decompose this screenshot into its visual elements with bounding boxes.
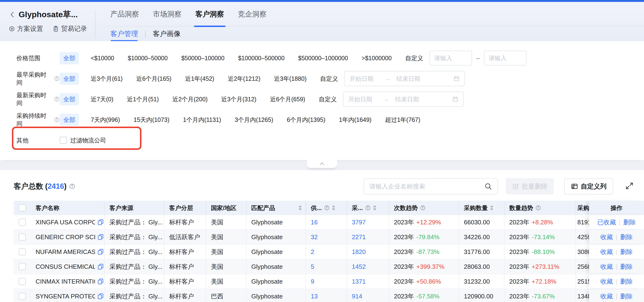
- filter-option[interactable]: $100000–500000: [238, 55, 285, 62]
- purchase-count-link[interactable]: 1452: [352, 263, 366, 270]
- filter-label: 最新采购时间: [16, 91, 52, 107]
- tab-product-insight[interactable]: 产品洞察: [110, 2, 139, 26]
- copy-icon[interactable]: [97, 263, 104, 270]
- filter-option[interactable]: 1个月内(1131): [183, 116, 221, 124]
- filter-option[interactable]: 全部: [60, 93, 79, 105]
- row-checkbox[interactable]: [19, 263, 26, 270]
- filter-option[interactable]: 15天内(1073): [134, 116, 169, 124]
- supplier-count-cell: 2: [306, 245, 347, 259]
- trade-records-button[interactable]: 贸易记录: [52, 24, 87, 33]
- purchase-count-link[interactable]: 1820: [352, 248, 366, 256]
- filter-option[interactable]: 近3个月(61): [91, 75, 122, 83]
- filter-option[interactable]: 近7天(0): [91, 95, 113, 103]
- supplier-count-link[interactable]: 5: [311, 263, 314, 270]
- sort-icon[interactable]: [332, 205, 336, 211]
- filter-option[interactable]: 超过1年(767): [385, 116, 420, 124]
- copy-icon[interactable]: [97, 218, 104, 226]
- custom-columns-button[interactable]: 自定义列: [564, 178, 613, 194]
- fullscreen-button[interactable]: [625, 182, 635, 191]
- filter-option[interactable]: 近3年(1880): [274, 75, 306, 83]
- scheme-settings-button[interactable]: 方案设置: [8, 24, 43, 33]
- supplier-count-link[interactable]: 9: [311, 278, 314, 285]
- delete-link[interactable]: 删除: [623, 218, 636, 226]
- filter-option[interactable]: 近1个月(51): [127, 95, 158, 103]
- earliest-date-range-picker[interactable]: 开始日期 → 结束日期: [344, 71, 465, 86]
- row-checkbox[interactable]: [19, 234, 26, 240]
- favorite-link[interactable]: 收藏: [600, 292, 613, 300]
- copy-icon[interactable]: [97, 293, 104, 300]
- filter-option[interactable]: 全部: [60, 114, 79, 126]
- latest-custom-label[interactable]: 自定义: [319, 95, 337, 103]
- tab-market-insight[interactable]: 市场洞察: [153, 2, 182, 26]
- supplier-count-link[interactable]: 32: [311, 234, 318, 241]
- copy-icon[interactable]: [97, 278, 104, 285]
- filter-option[interactable]: 近1年(452): [185, 75, 214, 83]
- filter-option[interactable]: 近2年(1212): [228, 75, 260, 83]
- row-checkbox[interactable]: [19, 293, 26, 300]
- favorite-link[interactable]: 收藏: [600, 262, 613, 271]
- price-max-input[interactable]: [484, 51, 526, 66]
- subtab-customer-management[interactable]: 客户管理: [110, 26, 138, 41]
- supplier-count-link[interactable]: 13: [311, 293, 318, 300]
- batch-delete-button[interactable]: 批量删除: [506, 178, 554, 194]
- favorite-link[interactable]: 收藏: [600, 233, 613, 241]
- tab-customer-insight[interactable]: 客户洞察: [196, 2, 224, 26]
- filter-option[interactable]: 6个月内(1395): [287, 116, 325, 124]
- favorite-link[interactable]: 收藏: [600, 278, 613, 286]
- copy-icon[interactable]: [97, 248, 104, 256]
- delete-link[interactable]: 删除: [620, 248, 632, 256]
- filter-option[interactable]: $50000–100000: [181, 55, 224, 62]
- filter-option[interactable]: 全部: [60, 52, 79, 64]
- select-all-checkbox[interactable]: [19, 204, 26, 212]
- delete-link[interactable]: 删除: [620, 278, 632, 286]
- search-icon[interactable]: [484, 182, 492, 190]
- collapse-filters-tab[interactable]: [307, 160, 337, 168]
- filter-option[interactable]: 近6个月(659): [270, 95, 305, 103]
- purchase-count-link[interactable]: 914: [352, 293, 362, 300]
- filter-option[interactable]: 3个月内(1265): [235, 116, 273, 124]
- latest-date-range-picker[interactable]: 开始日期 → 结束日期: [343, 92, 464, 107]
- col-purchase-qty: 采购数量: [459, 201, 504, 215]
- favorite-link[interactable]: 收藏: [600, 248, 613, 256]
- filter-option[interactable]: 近6个月(165): [136, 75, 171, 83]
- supplier-count-link[interactable]: 16: [311, 218, 318, 226]
- customer-name: CINMAX INTERNATIO: [36, 278, 95, 285]
- sort-icon[interactable]: [298, 205, 302, 211]
- filter-logistics-checkbox[interactable]: [60, 137, 67, 144]
- filter-option[interactable]: 7天内(996): [91, 116, 120, 124]
- row-checkbox[interactable]: [19, 218, 26, 226]
- tab-competitor-insight[interactable]: 竞企洞察: [238, 2, 266, 26]
- sort-icon[interactable]: [373, 205, 377, 211]
- row-actions: 收藏|删除: [589, 245, 644, 259]
- delete-link[interactable]: 删除: [620, 233, 632, 241]
- price-custom-label[interactable]: 自定义: [405, 54, 423, 62]
- filter-label: 价格范围: [16, 54, 40, 62]
- customer-source: 采购过产品： Gly...: [105, 230, 164, 244]
- delete-link[interactable]: 删除: [620, 262, 632, 271]
- row-checkbox[interactable]: [19, 278, 26, 285]
- filter-option[interactable]: <$10000: [91, 55, 114, 62]
- purchase-count-link[interactable]: 2271: [352, 234, 366, 241]
- price-min-input[interactable]: [430, 51, 472, 66]
- sort-icon[interactable]: [490, 205, 494, 211]
- filter-option[interactable]: $10000–50000: [128, 55, 168, 62]
- filter-option[interactable]: >$1000000: [362, 55, 392, 62]
- range-arrow: →: [384, 75, 390, 82]
- company-search-input[interactable]: [369, 183, 484, 190]
- filter-option[interactable]: 近2个月(200): [172, 95, 208, 103]
- filter-option[interactable]: 近3个月(312): [221, 95, 256, 103]
- subtab-customer-profile[interactable]: 客户画像: [153, 26, 180, 41]
- delete-link[interactable]: 删除: [620, 292, 632, 300]
- earliest-custom-label[interactable]: 自定义: [320, 75, 338, 83]
- filter-option[interactable]: $500000–1000000: [298, 55, 348, 62]
- back-icon[interactable]: [8, 11, 16, 18]
- favorite-link[interactable]: 已收藏: [598, 218, 616, 226]
- purchase-count-link[interactable]: 3797: [352, 218, 366, 226]
- supplier-count-link[interactable]: 2: [311, 248, 314, 256]
- copy-icon[interactable]: [97, 234, 104, 240]
- filter-option[interactable]: 全部: [60, 73, 79, 85]
- count-paren: ): [64, 182, 66, 190]
- purchase-count-link[interactable]: 1371: [352, 278, 366, 285]
- row-checkbox[interactable]: [19, 248, 26, 256]
- filter-option[interactable]: 1年内(1649): [339, 116, 372, 124]
